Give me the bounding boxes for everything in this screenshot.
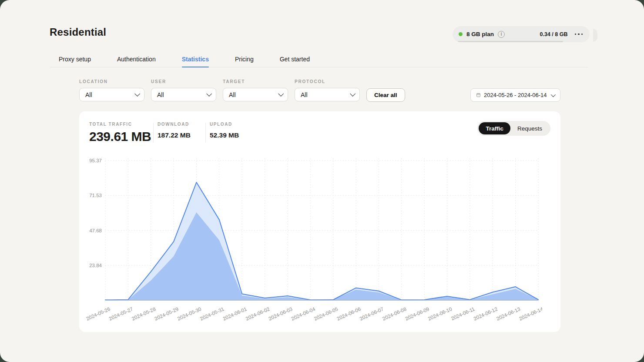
toggle-requests[interactable]: Requests: [510, 122, 549, 134]
clear-all-button[interactable]: Clear all: [366, 88, 405, 102]
chevron-down-icon: [350, 91, 356, 97]
svg-text:2024-06-06: 2024-06-06: [336, 306, 362, 322]
svg-text:2024-06-02: 2024-06-02: [245, 306, 271, 322]
stat-value: 239.61 MB: [89, 129, 151, 144]
page-title: Residential: [50, 26, 106, 38]
svg-text:2024-06-13: 2024-06-13: [496, 306, 521, 322]
active-dot-icon: [459, 32, 463, 36]
svg-text:2024-05-29: 2024-05-29: [154, 306, 179, 322]
stat-label: UPLOAD: [210, 122, 239, 127]
plan-usage: 0.34 / 8 GB: [540, 31, 568, 37]
protocol-select[interactable]: All: [295, 88, 360, 101]
stat-label: DOWNLOAD: [158, 122, 191, 127]
filter-protocol: PROTOCOL All: [295, 79, 360, 101]
svg-text:2024-05-30: 2024-05-30: [177, 306, 202, 322]
stat-download: DOWNLOAD 187.22 MB: [158, 122, 191, 139]
filter-location: LOCATION All: [79, 79, 144, 101]
stat-upload: UPLOAD 52.39 MB: [210, 122, 239, 139]
stat-label: TOTAL TRAFFIC: [89, 122, 151, 127]
filter-label: PROTOCOL: [295, 79, 360, 84]
divider: [153, 123, 154, 143]
filter-label: LOCATION: [79, 79, 144, 84]
svg-text:95.37: 95.37: [89, 158, 102, 163]
select-value: All: [229, 91, 236, 98]
select-value: All: [157, 91, 164, 98]
tab-label: Authentication: [117, 56, 156, 63]
svg-text:2024-06-09: 2024-06-09: [404, 306, 430, 322]
divider: [205, 123, 206, 143]
location-select[interactable]: All: [79, 88, 144, 101]
more-options-icon[interactable]: [575, 34, 583, 35]
filter-user: USER All: [151, 79, 216, 101]
svg-text:2024-05-28: 2024-05-28: [131, 306, 157, 322]
svg-text:2024-06-03: 2024-06-03: [268, 306, 293, 322]
tab-label: Proxy setup: [59, 56, 91, 63]
svg-text:2024-06-01: 2024-06-01: [222, 306, 248, 322]
svg-text:2024-06-07: 2024-06-07: [359, 306, 385, 322]
chevron-down-icon: [278, 91, 284, 97]
app-window: Residential 8 GB plan i 0.34 / 8 GB Prox…: [0, 0, 644, 362]
toggle-traffic[interactable]: Traffic: [479, 122, 510, 134]
svg-text:2024-05-31: 2024-05-31: [199, 306, 225, 322]
plan-badge[interactable]: 8 GB plan i 0.34 / 8 GB: [453, 26, 590, 42]
svg-text:2024-05-26: 2024-05-26: [85, 306, 111, 322]
traffic-chart: 23.8447.6871.5395.372024-05-262024-05-27…: [83, 154, 542, 328]
svg-text:23.84: 23.84: [89, 263, 102, 268]
tab-proxy-setup[interactable]: Proxy setup: [59, 51, 91, 67]
svg-text:2024-06-11: 2024-06-11: [450, 306, 476, 322]
svg-text:71.53: 71.53: [89, 193, 102, 198]
svg-text:2024-06-05: 2024-06-05: [313, 306, 339, 322]
date-range-picker[interactable]: 2024-05-26 - 2024-06-14: [470, 88, 560, 102]
chevron-down-icon: [134, 91, 140, 97]
date-range-value: 2024-05-26 - 2024-06-14: [484, 92, 547, 98]
stat-total-traffic: TOTAL TRAFFIC 239.61 MB: [89, 122, 151, 144]
svg-text:2024-06-12: 2024-06-12: [473, 306, 498, 322]
stat-value: 52.39 MB: [210, 131, 239, 139]
target-select[interactable]: All: [223, 88, 288, 101]
chevron-down-icon: [206, 91, 212, 97]
plan-name: 8 GB plan: [466, 31, 494, 37]
tab-label: Pricing: [235, 56, 254, 63]
tab-bar: Proxy setup Authentication Statistics Pr…: [50, 51, 588, 67]
tab-authentication[interactable]: Authentication: [117, 51, 156, 67]
statistics-card: TOTAL TRAFFIC 239.61 MB DOWNLOAD 187.22 …: [79, 111, 560, 332]
filter-target: TARGET All: [223, 79, 288, 101]
chart-area: 23.8447.6871.5395.372024-05-262024-05-27…: [83, 154, 542, 328]
stat-value: 187.22 MB: [158, 131, 191, 139]
next-plan-peek[interactable]: [593, 29, 597, 42]
chevron-down-icon: [551, 92, 556, 97]
active-tab-underline: [182, 67, 209, 67]
info-icon[interactable]: i: [498, 31, 505, 38]
svg-text:2024-06-08: 2024-06-08: [382, 306, 407, 322]
svg-text:2024-05-27: 2024-05-27: [108, 306, 134, 322]
select-value: All: [301, 91, 308, 98]
chart-mode-toggle: Traffic Requests: [477, 121, 550, 136]
svg-text:2024-06-10: 2024-06-10: [427, 306, 453, 322]
tab-label: Statistics: [182, 56, 209, 63]
tab-statistics[interactable]: Statistics: [182, 51, 209, 67]
tab-label: Get started: [280, 56, 310, 63]
svg-text:47.68: 47.68: [89, 228, 102, 233]
filter-label: USER: [151, 79, 216, 84]
svg-text:2024-06-04: 2024-06-04: [291, 306, 316, 322]
tab-pricing[interactable]: Pricing: [235, 51, 254, 67]
plan-progress-bar: [458, 41, 563, 42]
tab-get-started[interactable]: Get started: [280, 51, 310, 67]
calendar-icon: [476, 93, 480, 97]
select-value: All: [85, 91, 92, 98]
filter-label: TARGET: [223, 79, 288, 84]
svg-text:2024-06-14: 2024-06-14: [518, 306, 542, 322]
user-select[interactable]: All: [151, 88, 216, 101]
